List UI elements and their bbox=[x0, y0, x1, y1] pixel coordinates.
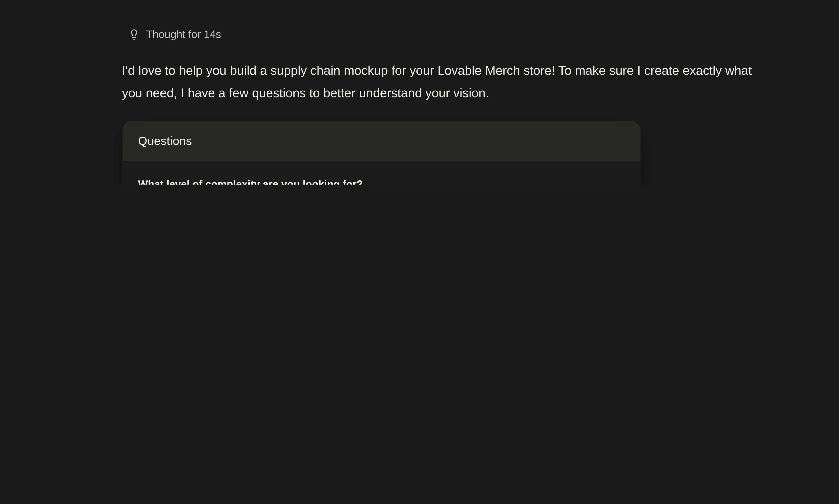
questions-card: Questions What level of complexity are y… bbox=[123, 121, 641, 184]
thought-toggle[interactable]: Thought for 14s bbox=[128, 28, 221, 41]
thought-label: Thought for 14s bbox=[146, 28, 221, 41]
assistant-message: I'd love to help you build a supply chai… bbox=[122, 59, 752, 104]
lightbulb-icon bbox=[128, 28, 140, 41]
card-body: What level of complexity are you looking… bbox=[123, 161, 641, 184]
question-text: What level of complexity are you looking… bbox=[138, 178, 625, 184]
card-title: Questions bbox=[138, 134, 192, 148]
chat-page: Thought for 14s I'd love to help you bui… bbox=[0, 0, 839, 184]
card-header: Questions bbox=[123, 121, 641, 161]
